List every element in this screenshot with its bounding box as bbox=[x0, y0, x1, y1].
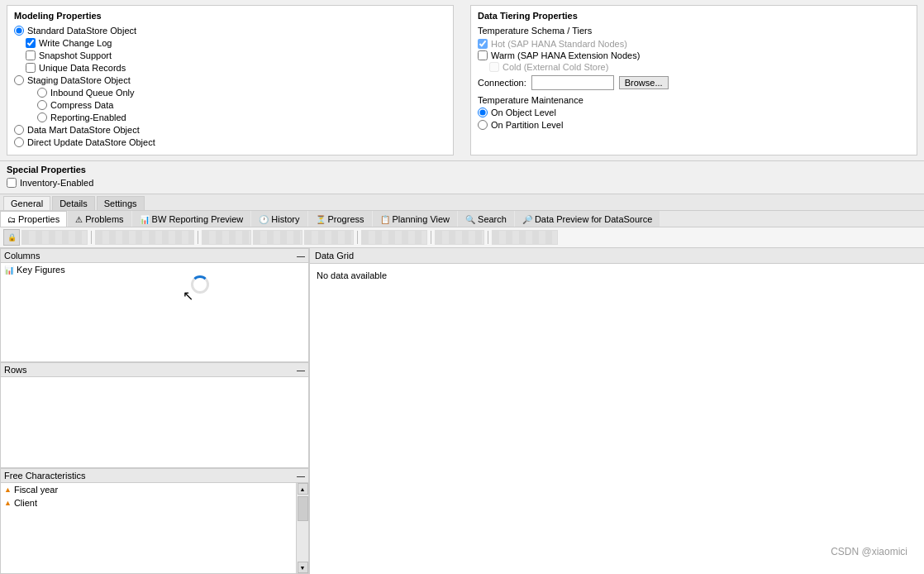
on-partition-level-option[interactable]: On Partition Level bbox=[478, 120, 910, 130]
on-object-level-label: On Object Level bbox=[491, 108, 556, 117]
warm-tier-row[interactable]: Warm (SAP HANA Extension Nodes) bbox=[478, 50, 910, 60]
loading-overlay bbox=[191, 275, 209, 295]
rows-panel-content bbox=[0, 377, 309, 468]
rows-panel-title: Rows bbox=[4, 365, 27, 375]
on-object-level-option[interactable]: On Object Level bbox=[478, 108, 910, 117]
staging-radio[interactable] bbox=[14, 75, 24, 85]
data-grid-panel: Data Grid No data available bbox=[310, 248, 924, 574]
temperature-schema-subtitle: Temperature Schema / Tiers bbox=[478, 26, 910, 36]
inbound-queue-label: Inbound Queue Only bbox=[50, 88, 135, 98]
reporting-enabled-label: Reporting-Enabled bbox=[50, 112, 126, 122]
columns-panel-content: 📊 Key Figures ↖ bbox=[0, 263, 309, 362]
compress-data-option[interactable]: Compress Data bbox=[37, 100, 446, 110]
tab-problems-label: Problems bbox=[85, 214, 123, 224]
key-figures-icon: 📊 bbox=[4, 265, 14, 275]
cold-checkbox[interactable] bbox=[489, 62, 499, 72]
list-item[interactable]: ▲ Client bbox=[1, 496, 296, 509]
temperature-maintenance-title: Temperature Maintenance bbox=[478, 95, 910, 105]
hot-checkbox[interactable] bbox=[478, 39, 488, 49]
data-mart-label: Data Mart DataStore Object bbox=[27, 125, 140, 135]
scroll-up-btn[interactable]: ▲ bbox=[298, 483, 308, 495]
tab-progress-label: Progress bbox=[328, 214, 364, 224]
tab-settings[interactable]: Settings bbox=[97, 196, 145, 210]
free-char-minimize-btn[interactable]: — bbox=[297, 471, 305, 481]
staging-datastore-option[interactable]: Staging DataStore Object bbox=[14, 75, 446, 85]
vertical-scrollbar[interactable]: ▲ ▼ bbox=[296, 483, 308, 573]
list-item[interactable]: ▲ Fiscal year bbox=[1, 483, 296, 496]
on-partition-level-radio[interactable] bbox=[478, 120, 488, 130]
toolbar-sep-5 bbox=[488, 231, 488, 244]
rows-panel: Rows — bbox=[0, 362, 309, 468]
tab-details[interactable]: Details bbox=[52, 196, 95, 210]
data-mart-option[interactable]: Data Mart DataStore Object bbox=[14, 125, 446, 135]
scroll-thumb[interactable] bbox=[298, 496, 308, 521]
rows-minimize-btn[interactable]: — bbox=[297, 366, 305, 375]
cursor: ↖ bbox=[183, 288, 193, 304]
direct-update-option[interactable]: Direct Update DataStore Object bbox=[14, 137, 446, 147]
toolbar-item-3 bbox=[202, 230, 251, 245]
toolbar-item-5 bbox=[304, 230, 354, 245]
compress-data-label: Compress Data bbox=[50, 100, 113, 110]
data-grid-header: Data Grid bbox=[310, 248, 924, 264]
connection-input[interactable] bbox=[531, 75, 614, 90]
unique-data-records-group[interactable]: Unique Data Records bbox=[26, 63, 446, 73]
tab-history[interactable]: 🕐 History bbox=[251, 211, 307, 227]
browse-button[interactable]: Browse... bbox=[619, 76, 669, 89]
properties-icon: 🗂 bbox=[7, 215, 16, 224]
tab-planning-label: Planning View bbox=[393, 214, 450, 224]
tab-progress[interactable]: ⏳ Progress bbox=[308, 211, 372, 227]
direct-update-radio[interactable] bbox=[14, 137, 24, 147]
toolbar-item-7 bbox=[435, 230, 484, 245]
special-properties-section: Special Properties Inventory-Enabled bbox=[0, 161, 924, 194]
connection-label: Connection: bbox=[478, 78, 526, 88]
data-mart-radio[interactable] bbox=[14, 125, 24, 135]
inventory-enabled-checkbox[interactable] bbox=[7, 178, 17, 188]
standard-radio[interactable] bbox=[14, 26, 24, 36]
on-object-level-radio[interactable] bbox=[478, 108, 488, 117]
reporting-enabled-radio[interactable] bbox=[37, 112, 47, 122]
hot-label: Hot (SAP HANA Standard Nodes) bbox=[491, 39, 627, 49]
tab-data-preview-label: Data Preview for DataSource bbox=[535, 214, 652, 224]
inbound-queue-radio[interactable] bbox=[37, 88, 47, 98]
tab-data-preview[interactable]: 🔎 Data Preview for DataSource bbox=[515, 211, 660, 227]
snapshot-support-checkbox[interactable] bbox=[26, 50, 36, 60]
snapshot-support-label: Snapshot Support bbox=[39, 50, 112, 60]
on-partition-level-label: On Partition Level bbox=[491, 120, 563, 130]
staging-label: Staging DataStore Object bbox=[27, 75, 131, 85]
tab-search[interactable]: 🔍 Search bbox=[458, 211, 514, 227]
tab-general[interactable]: General bbox=[3, 196, 50, 210]
free-char-list: ▲ Fiscal year ▲ Client bbox=[1, 483, 296, 573]
inventory-enabled-group[interactable]: Inventory-Enabled bbox=[7, 178, 917, 188]
toolbar-item-6 bbox=[361, 230, 427, 245]
compress-data-radio[interactable] bbox=[37, 100, 47, 110]
toolbar-sep-2 bbox=[198, 231, 198, 244]
cold-tier-row[interactable]: Cold (External Cold Store) bbox=[489, 62, 910, 72]
hot-tier-row[interactable]: Hot (SAP HANA Standard Nodes) bbox=[478, 39, 910, 49]
reporting-enabled-option[interactable]: Reporting-Enabled bbox=[37, 112, 446, 122]
tab-problems[interactable]: ⚠ Problems bbox=[68, 211, 131, 227]
tab-properties[interactable]: 🗂 Properties bbox=[0, 211, 67, 227]
columns-panel-header: Columns — bbox=[0, 248, 309, 263]
columns-minimize-btn[interactable]: — bbox=[297, 251, 305, 261]
unique-data-records-checkbox[interactable] bbox=[26, 63, 36, 73]
write-change-log-group[interactable]: Write Change Log bbox=[26, 38, 446, 48]
toolbar-item-1 bbox=[21, 230, 88, 245]
snapshot-support-group[interactable]: Snapshot Support bbox=[26, 50, 446, 60]
watermark: CSDN @xiaomici bbox=[831, 546, 907, 557]
toolbar-sep-3 bbox=[357, 231, 358, 244]
free-char-panel-header: Free Characteristics — bbox=[0, 468, 309, 483]
warm-checkbox[interactable] bbox=[478, 50, 488, 60]
warm-label: Warm (SAP HANA Extension Nodes) bbox=[491, 50, 640, 60]
tab-bw-reporting[interactable]: 📊 BW Reporting Preview bbox=[132, 211, 251, 227]
standard-datastore-option[interactable]: Standard DataStore Object bbox=[14, 26, 446, 36]
scroll-down-btn[interactable]: ▼ bbox=[298, 562, 308, 573]
columns-panel: Columns — 📊 Key Figures ↖ bbox=[0, 248, 309, 362]
direct-update-label: Direct Update DataStore Object bbox=[27, 137, 155, 147]
write-change-log-checkbox[interactable] bbox=[26, 38, 36, 48]
tab-properties-label: Properties bbox=[18, 214, 60, 224]
inbound-queue-option[interactable]: Inbound Queue Only bbox=[37, 88, 446, 98]
tab-planning[interactable]: 📋 Planning View bbox=[373, 211, 458, 227]
no-data-label: No data available bbox=[317, 270, 387, 280]
key-figures-item[interactable]: 📊 Key Figures bbox=[1, 263, 308, 276]
toolbar-lock-btn[interactable]: 🔒 bbox=[3, 229, 20, 246]
